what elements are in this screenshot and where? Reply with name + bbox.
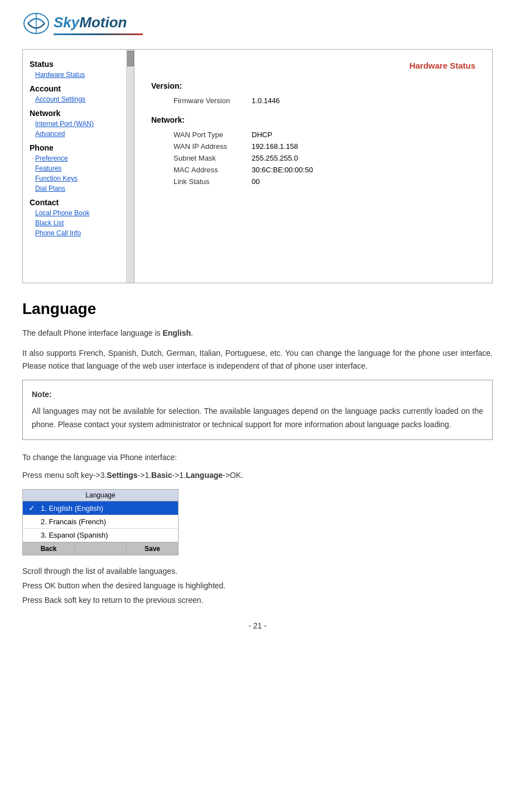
logo-motion: Motion — [79, 14, 127, 31]
lang-picker-title: Language — [23, 490, 178, 501]
lang-btn-empty1 — [75, 543, 127, 555]
sidebar-link-local-phone-book[interactable]: Local Phone Book — [23, 208, 126, 218]
lang-option-spanish[interactable]: 3. Espanol (Spanish) — [23, 529, 178, 542]
link-status-label: Link Status — [151, 177, 252, 186]
sidebar-link-dial-plans[interactable]: Dial Plans — [23, 183, 126, 194]
logo-sky: Sky — [54, 14, 79, 31]
mac-row: MAC Address 30:6C:BE:00:00:50 — [151, 164, 475, 176]
mac-label: MAC Address — [151, 166, 252, 174]
para1-bold: English — [162, 328, 191, 337]
wan-port-row: WAN Port Type DHCP — [151, 129, 475, 141]
main-frame: Status Hardware Status Account Account S… — [22, 49, 493, 283]
lang-label-spanish: 3. Espanol (Spanish) — [41, 531, 108, 539]
scroll-para: Scroll through the list of available lan… — [22, 567, 493, 576]
language-section: Language The default Phone interface lan… — [22, 300, 493, 605]
content-panel: Hardware Status Version: Firmware Versio… — [134, 50, 492, 283]
page-number: - 21 - — [22, 621, 493, 630]
wan-ip-label: WAN IP Address — [151, 142, 252, 151]
sidebar-scrollbar-thumb — [127, 51, 134, 66]
sidebar-link-internet-port[interactable]: Internet Port (WAN) — [23, 119, 126, 129]
lang-picker-footer: Back Save — [23, 542, 178, 555]
sidebar-link-black-list[interactable]: Black List — [23, 218, 126, 228]
instr2-language: Language — [186, 471, 223, 480]
sidebar-section-contact: Contact — [23, 194, 126, 208]
para1-text: The default Phone interface language is — [22, 328, 162, 337]
sidebar: Status Hardware Status Account Account S… — [23, 50, 134, 283]
lang-option-english[interactable]: ✓ 1. English (English) — [23, 501, 178, 515]
logo-area: SkyMotion — [22, 11, 493, 38]
language-picker: Language ✓ 1. English (English) 2. Franc… — [22, 489, 179, 555]
sidebar-link-preference[interactable]: Preference — [23, 153, 126, 163]
lang-btn-save[interactable]: Save — [127, 543, 178, 555]
lang-label-english: 1. English (English) — [41, 504, 103, 513]
para1-end: . — [191, 328, 193, 337]
note-body: All languages may not be available for s… — [32, 405, 483, 432]
wan-port-label: WAN Port Type — [151, 130, 252, 139]
lang-btn-back[interactable]: Back — [23, 543, 75, 555]
logo-icon — [22, 11, 50, 36]
note-box: Note: All languages may not be available… — [22, 380, 493, 439]
check-mark-english: ✓ — [28, 504, 37, 513]
wan-ip-row: WAN IP Address 192.168.1.158 — [151, 141, 475, 152]
sidebar-section-network: Network — [23, 104, 126, 119]
network-section: Network: WAN Port Type DHCP WAN IP Addre… — [151, 115, 475, 187]
network-label: Network: — [151, 115, 475, 124]
sidebar-section-phone: Phone — [23, 139, 126, 153]
language-para2: It also supports French, Spanish, Dutch,… — [22, 347, 493, 372]
subnet-row: Subnet Mask 255.255.255.0 — [151, 152, 475, 164]
subnet-value: 255.255.255.0 — [252, 154, 298, 162]
link-status-row: Link Status 00 — [151, 176, 475, 187]
wan-port-value: DHCP — [252, 130, 272, 139]
sidebar-link-features[interactable]: Features — [23, 163, 126, 173]
version-section: Version: Firmware Version 1.0.1446 — [151, 81, 475, 107]
instruction1: To change the language via Phone interfa… — [22, 451, 493, 463]
lang-option-french[interactable]: 2. Francais (French) — [23, 515, 178, 529]
instr2-mid2: ->1. — [172, 471, 186, 480]
firmware-value: 1.0.1446 — [252, 96, 280, 105]
firmware-label: Firmware Version — [151, 96, 252, 105]
subnet-label: Subnet Mask — [151, 154, 252, 162]
sidebar-section-status: Status — [23, 55, 126, 70]
sidebar-section-account: Account — [23, 80, 126, 94]
version-label: Version: — [151, 81, 475, 90]
sidebar-link-account-settings[interactable]: Account Settings — [23, 94, 126, 104]
sidebar-link-hardware-status[interactable]: Hardware Status — [23, 70, 126, 80]
note-title: Note: — [32, 388, 483, 402]
sidebar-link-function-keys[interactable]: Function Keys — [23, 173, 126, 183]
instr2-mid1: ->1. — [138, 471, 152, 480]
sidebar-scrollbar[interactable] — [126, 50, 134, 283]
wan-ip-value: 192.168.1.158 — [252, 142, 298, 151]
instr2-settings: Settings — [107, 471, 137, 480]
mac-value: 30:6C:BE:00:00:50 — [252, 166, 313, 174]
press-ok-para: Press OK button when the desired languag… — [22, 581, 493, 590]
instruction2: Press menu soft key->3.Settings->1.Basic… — [22, 469, 493, 481]
press-back-para: Press Back soft key to return to the pre… — [22, 596, 493, 605]
language-heading: Language — [22, 300, 493, 318]
instr2-basic: Basic — [151, 471, 172, 480]
logo-divider — [54, 33, 143, 35]
sidebar-link-advanced[interactable]: Advanced — [23, 129, 126, 139]
instr2-pre: Press menu soft key->3. — [22, 471, 107, 480]
language-para1: The default Phone interface language is … — [22, 327, 493, 339]
lang-label-french: 2. Francais (French) — [41, 518, 106, 526]
instr2-end: ->OK. — [223, 471, 243, 480]
sidebar-link-phone-call-info[interactable]: Phone Call Info — [23, 228, 126, 238]
hardware-status-title: Hardware Status — [151, 61, 475, 70]
firmware-row: Firmware Version 1.0.1446 — [151, 95, 475, 107]
link-status-value: 00 — [252, 177, 259, 186]
